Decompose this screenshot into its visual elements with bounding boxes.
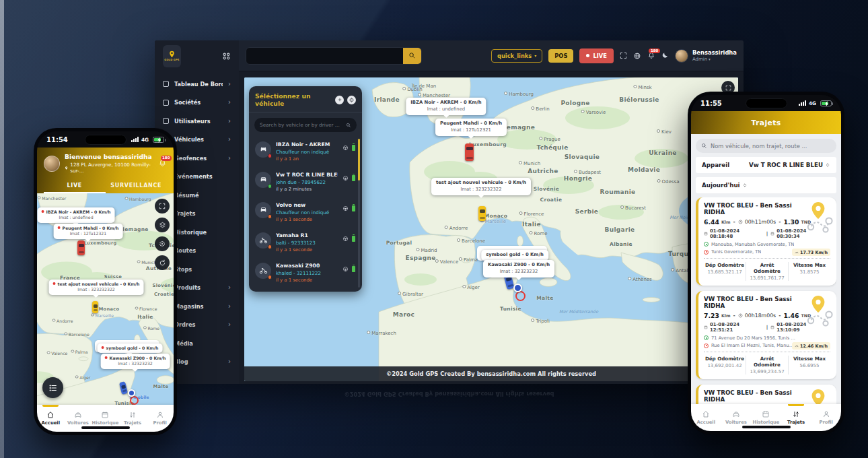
map-label: Budapest — [574, 170, 601, 175]
map-label: Kiev — [657, 129, 672, 135]
vehicle-marker-ring — [130, 396, 139, 405]
trip-search-input[interactable] — [711, 143, 831, 150]
scrollbar-thumb[interactable] — [358, 139, 360, 181]
user-menu[interactable]: Bensassiridha Admin — [675, 49, 737, 63]
map-refresh-button[interactable] — [155, 255, 170, 270]
vehicle-search-input[interactable] — [260, 122, 343, 128]
map-label: Andorre — [445, 226, 468, 231]
add-vehicle-button[interactable] — [335, 96, 344, 104]
gauge-icon — [795, 344, 799, 348]
start-point-icon — [704, 335, 709, 340]
vehicle-list[interactable]: IBZA Noir - AKREMChauffeur non indiquéil… — [249, 135, 362, 292]
trip-card[interactable]: VW TROC BLEU - Ben Sassi RIDHA 7.23Klm -… — [696, 291, 836, 379]
map-label: Rome — [143, 326, 159, 331]
nav-profil[interactable]: Profil — [146, 405, 174, 432]
map-tooltip[interactable]: IBZA Noir - AKREM - 0 Km/h Imat : undefi… — [406, 98, 486, 115]
home-indicator[interactable] — [81, 426, 130, 429]
map-label: Hongrie — [564, 175, 592, 182]
vehicle-marker-red-car[interactable] — [465, 143, 474, 161]
clock-icon — [738, 220, 743, 224]
map-tooltip[interactable]: Peugent Mahdi - 0 Km/h Imat : 12Tu12321 — [54, 224, 123, 239]
avg-speed-badge: 12.46 Km/h — [792, 342, 830, 350]
sort-icon — [825, 162, 830, 168]
search-button[interactable] — [403, 48, 421, 64]
map-tooltip[interactable]: symbool gold - 0 Km/h — [481, 250, 548, 261]
screen-edge-highlight — [0, 0, 4, 458]
vehicle-list-item[interactable]: Yamaha R1balti - 92333123il y a 1 second… — [255, 227, 355, 257]
map-expand-button[interactable] — [155, 199, 170, 214]
device-filter-row[interactable]: Appareil Vw T ROC R LINE BLEU — [696, 157, 836, 173]
vehicle-marker-red-car[interactable] — [77, 240, 85, 255]
map-tooltip[interactable]: Kawasaki Z900 - 0 Km/h Imat : 32323232 — [101, 354, 170, 369]
date-filter-row[interactable]: Aujourd'hui — [696, 177, 836, 193]
trip-card[interactable]: VW TROC BLEU - Ben Sassi RIDHA 25.91Klm … — [696, 385, 836, 404]
vehicle-list-item[interactable]: IBZA Noir - AKREMChauffeur non indiquéil… — [255, 136, 355, 166]
vehicle-list-fab[interactable] — [42, 377, 63, 398]
signal-icon — [131, 137, 139, 142]
map-label: Pologne — [560, 100, 589, 106]
app-logo[interactable]: GOLD GPS — [163, 45, 181, 67]
battery-icon — [820, 100, 832, 106]
map-tooltip[interactable]: symbool gold - 0 Km/h — [98, 344, 163, 353]
map-layers-button[interactable] — [155, 218, 170, 232]
apps-grid-icon[interactable] — [222, 52, 231, 61]
vehicle-list-item[interactable]: Volvo newChauffeur non indiquéil y a 1 s… — [255, 197, 355, 227]
window-reflection: ©2024 Gold GPS Created By bensassiridha.… — [155, 385, 744, 403]
map-label: Andorre — [52, 319, 73, 323]
gauge-icon — [795, 251, 799, 255]
notifications-bell-icon[interactable]: 180 — [647, 52, 655, 60]
sidebar-item-tableau-de-bord[interactable]: Tableau De Bord — [155, 75, 239, 94]
sidebar-item-societes[interactable]: Sociétés — [155, 94, 239, 112]
vehicle-marker-blue-dot[interactable] — [513, 284, 522, 292]
global-search-input[interactable] — [246, 48, 403, 64]
map[interactable]: Île de Man Dublin Irlande Manchester Ham… — [244, 77, 738, 381]
fullscreen-icon[interactable] — [620, 52, 627, 59]
sidebar-item-utilisateurs[interactable]: Utilisateurs — [155, 112, 239, 131]
locate-button[interactable] — [347, 96, 356, 104]
map-label: Suisse — [104, 274, 122, 280]
avatar[interactable] — [44, 156, 60, 172]
map-label: Hambourg — [125, 197, 151, 201]
vehicle-marker-blue-dot[interactable] — [128, 389, 135, 397]
map-label: Manchester — [38, 196, 67, 201]
map-tooltip[interactable]: Peugent Mahdi - 0 Km/h Imat : 12Tu12321 — [435, 119, 507, 136]
quick-links-dropdown[interactable]: quick_links — [491, 49, 542, 63]
vehicle-list-item[interactable]: Kawasaki Z900khaled - 32111222il y a 1 s… — [255, 257, 355, 288]
device-label: Appareil — [702, 162, 729, 168]
trip-card[interactable]: VW TROC BLEU - Ben Sassi RIDHA 6.44Klm -… — [696, 197, 836, 286]
tab-live[interactable]: LIVE — [44, 178, 106, 193]
map[interactable]: Manchester Hambourg Allemagne Luxembourg… — [37, 193, 174, 405]
map-label: Slovénie — [152, 283, 174, 288]
status-dot — [268, 244, 273, 249]
page-title: Trajets — [691, 111, 841, 134]
nav-accueil[interactable]: Accueil — [691, 404, 721, 431]
map-tooltip[interactable]: IBZA Noir - AKREM - 0 Km/h Imat : undefi… — [38, 207, 115, 223]
calendar-icon — [704, 325, 708, 329]
map-label: Monaco — [484, 213, 507, 219]
user-role: Admin — [692, 57, 737, 62]
nav-profil[interactable]: Profil — [811, 404, 841, 431]
trip-list[interactable]: VW TROC BLEU - Ben Sassi RIDHA 6.44Klm -… — [696, 197, 836, 404]
tab-surveillance[interactable]: SURVEILLANCE — [106, 178, 168, 193]
map-settings-button[interactable] — [155, 236, 170, 251]
map-label: Prague — [539, 137, 560, 142]
map-tooltip[interactable]: test ajout nouvel vehicule - 0 Km/h Imat… — [431, 178, 531, 195]
date-filter-value: Aujourd'hui — [702, 182, 740, 189]
language-icon[interactable] — [633, 52, 641, 60]
map-label: Florence — [519, 211, 544, 217]
nav-accueil[interactable]: Accueil — [37, 405, 65, 432]
live-button[interactable]: LIVE — [579, 48, 613, 63]
map-tooltip[interactable]: Kawasaki Z900 - 0 Km/h Imat : 32323232 — [483, 260, 554, 277]
dark-mode-icon[interactable] — [661, 52, 669, 59]
welcome-text: Bienvenue bensassiridha — [65, 153, 153, 160]
home-indicator[interactable] — [742, 426, 791, 428]
vehicle-search — [254, 118, 357, 132]
map-label: Munich — [519, 161, 540, 166]
vehicle-marker-yellow-car[interactable] — [92, 301, 98, 313]
pos-button[interactable]: POS — [548, 49, 573, 63]
vehicle-marker-yellow-car[interactable] — [478, 206, 486, 221]
vehicle-list-item[interactable]: Vw T ROC R LINE BLEUjohn due - 78945622i… — [255, 166, 355, 197]
map-tooltip[interactable]: test ajout nouvel vehicule - 0 Km/h Imat… — [49, 280, 144, 295]
notifications-bell-icon[interactable]: 180 — [158, 159, 167, 168]
map-label: Italie — [137, 314, 153, 320]
